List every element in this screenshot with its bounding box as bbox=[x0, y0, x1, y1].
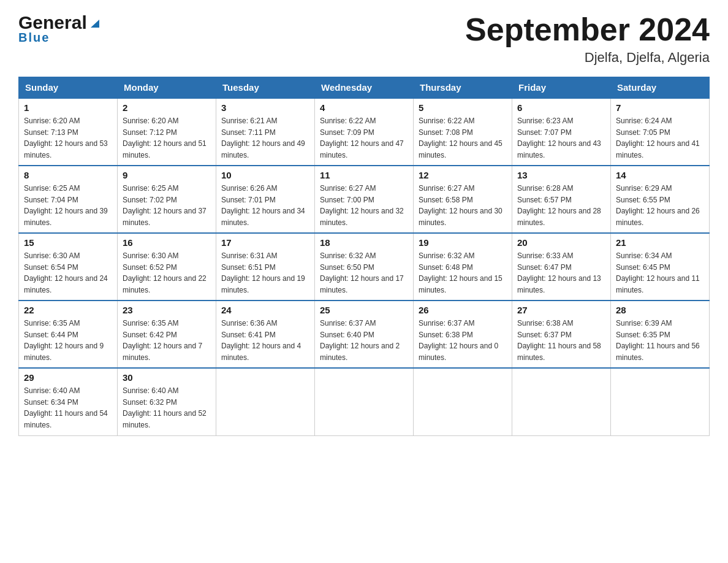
sunrise-label: Sunrise: 6:32 AM bbox=[320, 251, 376, 260]
logo-blue-text: Blue bbox=[18, 31, 50, 45]
sunset-label: Sunset: 6:47 PM bbox=[517, 263, 572, 272]
daylight-label: Daylight: 12 hours and 47 minutes. bbox=[320, 139, 404, 159]
day-number: 20 bbox=[517, 237, 605, 248]
sunrise-label: Sunrise: 6:36 AM bbox=[221, 319, 277, 327]
day-number: 10 bbox=[221, 170, 309, 180]
sunrise-label: Sunrise: 6:25 AM bbox=[123, 184, 178, 193]
sunset-label: Sunset: 6:38 PM bbox=[419, 331, 473, 339]
header-friday: Friday bbox=[512, 77, 611, 99]
calendar-header-row: Sunday Monday Tuesday Wednesday Thursday… bbox=[19, 77, 710, 99]
daylight-label: Daylight: 12 hours and 13 minutes. bbox=[517, 274, 601, 294]
daylight-label: Daylight: 12 hours and 9 minutes. bbox=[24, 342, 104, 362]
sunrise-label: Sunrise: 6:20 AM bbox=[24, 117, 80, 125]
calendar-cell: 21 Sunrise: 6:34 AM Sunset: 6:45 PM Dayl… bbox=[611, 233, 710, 301]
sunset-label: Sunset: 6:37 PM bbox=[517, 331, 572, 339]
sunrise-label: Sunrise: 6:20 AM bbox=[123, 117, 178, 125]
calendar-cell: 4 Sunrise: 6:22 AM Sunset: 7:09 PM Dayli… bbox=[315, 98, 414, 166]
calendar-subtitle: Djelfa, Djelfa, Algeria bbox=[465, 50, 710, 66]
day-number: 19 bbox=[419, 237, 507, 248]
day-number: 2 bbox=[123, 102, 211, 113]
logo: General Blue bbox=[18, 12, 102, 45]
calendar-cell: 8 Sunrise: 6:25 AM Sunset: 7:04 PM Dayli… bbox=[19, 166, 118, 233]
calendar-cell: 18 Sunrise: 6:32 AM Sunset: 6:50 PM Dayl… bbox=[315, 233, 414, 301]
calendar-cell: 1 Sunrise: 6:20 AM Sunset: 7:13 PM Dayli… bbox=[19, 98, 118, 166]
day-info: Sunrise: 6:33 AM Sunset: 6:47 PM Dayligh… bbox=[517, 250, 605, 296]
sunrise-label: Sunrise: 6:34 AM bbox=[616, 251, 672, 260]
sunrise-label: Sunrise: 6:30 AM bbox=[24, 251, 80, 260]
day-number: 9 bbox=[123, 170, 211, 180]
sunset-label: Sunset: 6:41 PM bbox=[221, 331, 276, 339]
day-info: Sunrise: 6:40 AM Sunset: 6:34 PM Dayligh… bbox=[24, 385, 112, 431]
calendar-cell: 5 Sunrise: 6:22 AM Sunset: 7:08 PM Dayli… bbox=[414, 98, 512, 166]
day-number: 22 bbox=[24, 305, 112, 315]
sunset-label: Sunset: 7:11 PM bbox=[221, 128, 276, 137]
sunset-label: Sunset: 6:45 PM bbox=[616, 263, 670, 272]
sunrise-label: Sunrise: 6:26 AM bbox=[221, 184, 277, 193]
day-number: 15 bbox=[24, 237, 112, 248]
calendar-cell: 16 Sunrise: 6:30 AM Sunset: 6:52 PM Dayl… bbox=[118, 233, 216, 301]
daylight-label: Daylight: 12 hours and 45 minutes. bbox=[419, 139, 502, 159]
day-number: 7 bbox=[616, 102, 704, 113]
calendar-cell: 15 Sunrise: 6:30 AM Sunset: 6:54 PM Dayl… bbox=[19, 233, 118, 301]
day-info: Sunrise: 6:22 AM Sunset: 7:09 PM Dayligh… bbox=[320, 115, 408, 161]
day-number: 25 bbox=[320, 305, 408, 315]
sunset-label: Sunset: 6:32 PM bbox=[123, 398, 177, 407]
calendar-week-5: 29 Sunrise: 6:40 AM Sunset: 6:34 PM Dayl… bbox=[19, 368, 710, 435]
day-number: 14 bbox=[616, 170, 704, 180]
calendar-cell: 14 Sunrise: 6:29 AM Sunset: 6:55 PM Dayl… bbox=[611, 166, 710, 233]
sunset-label: Sunset: 7:12 PM bbox=[123, 128, 177, 137]
sunset-label: Sunset: 7:02 PM bbox=[123, 196, 177, 204]
sunset-label: Sunset: 6:58 PM bbox=[419, 196, 473, 204]
day-number: 23 bbox=[123, 305, 211, 315]
day-number: 13 bbox=[517, 170, 605, 180]
day-info: Sunrise: 6:23 AM Sunset: 7:07 PM Dayligh… bbox=[517, 115, 605, 161]
day-info: Sunrise: 6:25 AM Sunset: 7:02 PM Dayligh… bbox=[123, 183, 211, 228]
calendar-title: September 2024 bbox=[465, 12, 710, 47]
calendar-cell: 23 Sunrise: 6:35 AM Sunset: 6:42 PM Dayl… bbox=[118, 301, 216, 368]
day-number: 27 bbox=[517, 305, 605, 315]
sunrise-label: Sunrise: 6:25 AM bbox=[24, 184, 80, 193]
calendar-cell: 3 Sunrise: 6:21 AM Sunset: 7:11 PM Dayli… bbox=[216, 98, 315, 166]
header-sunday: Sunday bbox=[19, 77, 118, 99]
calendar-cell bbox=[512, 368, 611, 435]
calendar-cell: 9 Sunrise: 6:25 AM Sunset: 7:02 PM Dayli… bbox=[118, 166, 216, 233]
daylight-label: Daylight: 12 hours and 0 minutes. bbox=[419, 342, 498, 362]
day-info: Sunrise: 6:30 AM Sunset: 6:54 PM Dayligh… bbox=[24, 250, 112, 296]
sunrise-label: Sunrise: 6:28 AM bbox=[517, 184, 573, 193]
calendar-cell: 19 Sunrise: 6:32 AM Sunset: 6:48 PM Dayl… bbox=[414, 233, 512, 301]
daylight-label: Daylight: 12 hours and 11 minutes. bbox=[616, 274, 700, 294]
day-number: 1 bbox=[24, 102, 112, 113]
calendar-cell bbox=[315, 368, 414, 435]
day-number: 8 bbox=[24, 170, 112, 180]
day-number: 5 bbox=[419, 102, 507, 113]
calendar-cell: 22 Sunrise: 6:35 AM Sunset: 6:44 PM Dayl… bbox=[19, 301, 118, 368]
day-number: 29 bbox=[24, 372, 112, 383]
day-info: Sunrise: 6:27 AM Sunset: 6:58 PM Dayligh… bbox=[419, 183, 507, 228]
page-header: General Blue September 2024 Djelfa, Djel… bbox=[18, 12, 710, 66]
daylight-label: Daylight: 11 hours and 56 minutes. bbox=[616, 342, 700, 362]
calendar-table: Sunday Monday Tuesday Wednesday Thursday… bbox=[18, 77, 710, 436]
day-number: 4 bbox=[320, 102, 408, 113]
sunrise-label: Sunrise: 6:21 AM bbox=[221, 117, 277, 125]
daylight-label: Daylight: 12 hours and 53 minutes. bbox=[24, 139, 108, 159]
sunset-label: Sunset: 6:48 PM bbox=[419, 263, 473, 272]
daylight-label: Daylight: 12 hours and 24 minutes. bbox=[24, 274, 108, 294]
sunrise-label: Sunrise: 6:35 AM bbox=[24, 319, 80, 327]
day-number: 26 bbox=[419, 305, 507, 315]
day-info: Sunrise: 6:20 AM Sunset: 7:13 PM Dayligh… bbox=[24, 115, 112, 161]
calendar-cell: 7 Sunrise: 6:24 AM Sunset: 7:05 PM Dayli… bbox=[611, 98, 710, 166]
sunrise-label: Sunrise: 6:39 AM bbox=[616, 319, 672, 327]
day-number: 6 bbox=[517, 102, 605, 113]
day-number: 30 bbox=[123, 372, 211, 383]
daylight-label: Daylight: 11 hours and 54 minutes. bbox=[24, 409, 108, 429]
day-info: Sunrise: 6:38 AM Sunset: 6:37 PM Dayligh… bbox=[517, 318, 605, 363]
daylight-label: Daylight: 12 hours and 2 minutes. bbox=[320, 342, 400, 362]
header-monday: Monday bbox=[118, 77, 216, 99]
sunset-label: Sunset: 6:44 PM bbox=[24, 331, 78, 339]
day-info: Sunrise: 6:20 AM Sunset: 7:12 PM Dayligh… bbox=[123, 115, 211, 161]
calendar-cell: 29 Sunrise: 6:40 AM Sunset: 6:34 PM Dayl… bbox=[19, 368, 118, 435]
calendar-cell: 27 Sunrise: 6:38 AM Sunset: 6:37 PM Dayl… bbox=[512, 301, 611, 368]
day-info: Sunrise: 6:32 AM Sunset: 6:50 PM Dayligh… bbox=[320, 250, 408, 296]
day-info: Sunrise: 6:26 AM Sunset: 7:01 PM Dayligh… bbox=[221, 183, 309, 228]
logo-triangle-icon bbox=[88, 17, 102, 30]
